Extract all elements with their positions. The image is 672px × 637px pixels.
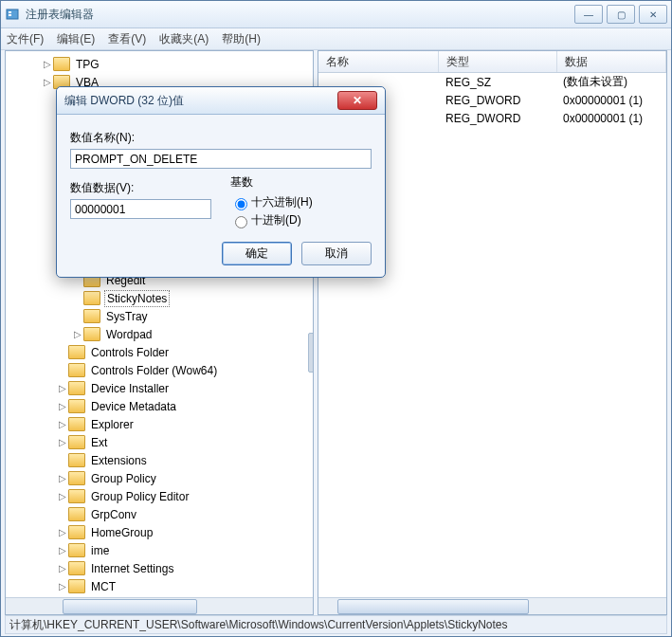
tree-item[interactable]: ▷Device Metadata [6,397,313,415]
value-name-label: 数值名称(N): [70,130,372,146]
cell-type: REG_DWORD [438,94,555,107]
tree-item[interactable]: ▷Explorer [6,415,313,433]
tree-item-label: TPG [74,57,101,72]
expander-icon[interactable]: ▷ [57,419,68,429]
radio-hex-input[interactable] [235,198,247,210]
expander-icon[interactable]: ▷ [72,329,83,339]
col-data-header[interactable]: 数据 [557,51,666,72]
svg-rect-2 [9,14,11,16]
folder-icon [83,327,100,341]
expander-icon[interactable]: ▷ [57,527,68,537]
tree-item[interactable]: GrpConv [6,505,313,523]
tree-item-label: Device Metadata [89,399,178,414]
menu-help[interactable]: 帮助(H) [222,31,261,47]
folder-icon [68,507,85,521]
tree-scroll-thumb[interactable] [63,599,197,614]
folder-icon [68,489,85,503]
dialog-titlebar[interactable]: 编辑 DWORD (32 位)值 ✕ [57,87,385,115]
radio-hex-label: 十六进制(H) [251,194,313,210]
dialog-buttons: 确定 取消 [57,234,385,277]
cell-type: REG_DWORD [438,112,555,125]
tree-item-label: GrpConv [89,507,138,522]
folder-icon [68,579,85,593]
radio-dec-input[interactable] [235,216,247,228]
minimize-button[interactable]: — [574,5,603,24]
expander-icon[interactable]: ▷ [57,401,68,411]
tree-item-label: Controls Folder [89,345,171,360]
window-title: 注册表编辑器 [26,7,574,23]
menu-favorites[interactable]: 收藏夹(A) [159,31,209,47]
radio-hex[interactable]: 十六进制(H) [230,194,372,210]
tree-item[interactable]: Controls Folder (Wow64) [6,361,313,379]
tree-item-label: Device Installer [89,381,171,396]
registry-editor-window: 注册表编辑器 — ▢ ✕ 文件(F) 编辑(E) 查看(V) 收藏夹(A) 帮助… [0,0,672,637]
cancel-button[interactable]: 取消 [301,242,372,265]
tree-item[interactable]: ▷ime [6,541,313,559]
col-type-header[interactable]: 类型 [439,51,557,72]
splitter-handle[interactable] [308,333,314,373]
titlebar[interactable]: 注册表编辑器 — ▢ ✕ [1,1,671,28]
folder-icon [68,363,85,377]
tree-item[interactable]: SysTray [6,307,313,325]
value-name-field[interactable] [70,149,372,169]
tree-item[interactable]: ▷Group Policy Editor [6,487,313,505]
tree-item-label: Extensions [89,453,149,468]
expander-icon[interactable]: ▷ [42,77,53,87]
menu-view[interactable]: 查看(V) [108,31,146,47]
tree-item[interactable]: ▷Group Policy [6,469,313,487]
dialog-title: 编辑 DWORD (32 位)值 [64,93,184,109]
tree-item[interactable]: ▷Ext [6,433,313,451]
folder-icon [68,417,85,431]
edit-dword-dialog: 编辑 DWORD (32 位)值 ✕ 数值名称(N): 数值数据(V): 基数 … [56,86,386,278]
folder-icon [68,399,85,413]
expander-icon[interactable]: ▷ [57,491,68,501]
folder-icon [53,57,70,71]
expander-icon[interactable]: ▷ [57,383,68,393]
menu-file[interactable]: 文件(F) [7,31,44,47]
tree-item-label: MCT [89,579,118,594]
tree-item-label: Ext [89,435,109,450]
status-path: 计算机\HKEY_CURRENT_USER\Software\Microsoft… [9,617,508,633]
folder-icon [68,453,85,467]
tree-item[interactable]: ▷TPG [6,55,313,73]
value-data-field[interactable] [70,199,211,219]
expander-icon[interactable]: ▷ [42,59,53,69]
tree-item[interactable]: ▷MCT [6,577,313,595]
tree-item[interactable]: ▷Wordpad [6,325,313,343]
expander-icon[interactable]: ▷ [57,473,68,483]
statusbar: 计算机\HKEY_CURRENT_USER\Software\Microsoft… [5,615,667,634]
folder-icon [68,435,85,449]
folder-icon [68,471,85,485]
tree-item[interactable]: StickyNotes [6,289,313,307]
tree-item[interactable]: ▷HomeGroup [6,523,313,541]
expander-icon[interactable]: ▷ [57,545,68,555]
tree-item[interactable]: Extensions [6,451,313,469]
tree-item-label: ime [89,543,111,558]
tree-item[interactable]: ▷Device Installer [6,379,313,397]
expander-icon[interactable]: ▷ [57,437,68,447]
base-group-label: 基数 [230,174,372,191]
app-icon [5,7,20,22]
list-header: 名称 类型 数据 [318,51,666,73]
expander-icon[interactable]: ▷ [57,563,68,573]
maximize-button[interactable]: ▢ [607,5,635,24]
list-scrollbar-h[interactable] [318,597,666,614]
close-button[interactable]: ✕ [639,5,667,24]
folder-icon [68,525,85,539]
tree-item-label: Wordpad [104,327,154,342]
tree-item-label: Group Policy Editor [89,489,191,504]
radio-dec[interactable]: 十进制(D) [230,212,372,228]
tree-scrollbar-h[interactable] [6,597,313,614]
tree-item[interactable]: ▷Internet Settings [6,559,313,577]
value-data-label: 数值数据(V): [70,180,211,196]
menu-edit[interactable]: 编辑(E) [57,31,95,47]
cell-data: 0x00000001 (1) [555,94,666,107]
dialog-close-button[interactable]: ✕ [337,91,377,110]
window-buttons: — ▢ ✕ [574,5,667,24]
col-name-header[interactable]: 名称 [318,51,439,72]
ok-button[interactable]: 确定 [222,242,292,265]
tree-item[interactable]: Controls Folder [6,343,313,361]
list-scroll-thumb[interactable] [337,599,529,614]
dialog-body: 数值名称(N): 数值数据(V): 基数 十六进制(H) 十进制(D) [57,115,385,234]
expander-icon[interactable]: ▷ [57,581,68,592]
